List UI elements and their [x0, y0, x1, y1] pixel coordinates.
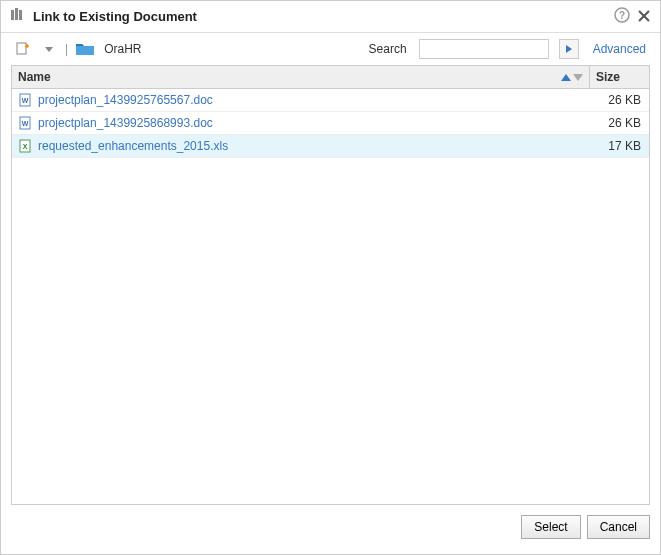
- svg-text:W: W: [22, 120, 29, 127]
- toolbar-separator: |: [65, 42, 68, 56]
- column-header-name[interactable]: Name: [12, 66, 589, 88]
- svg-text:?: ?: [619, 10, 625, 21]
- close-icon[interactable]: [638, 9, 650, 25]
- sort-descending-icon[interactable]: [573, 74, 583, 81]
- dialog-icon: [11, 8, 27, 25]
- table-row[interactable]: Wprojectplan_1439925765567.doc26 KB: [12, 89, 649, 112]
- file-name-link[interactable]: projectplan_1439925765567.doc: [38, 93, 589, 107]
- table-row[interactable]: Wprojectplan_1439925868993.doc26 KB: [12, 112, 649, 135]
- svg-marker-10: [45, 47, 53, 52]
- new-item-dropdown[interactable]: [41, 43, 57, 55]
- table-header: Name Size: [12, 66, 649, 89]
- advanced-search-link[interactable]: Advanced: [593, 42, 646, 56]
- svg-marker-11: [566, 45, 572, 53]
- search-input[interactable]: [419, 39, 549, 59]
- folder-icon: [76, 42, 94, 56]
- svg-text:X: X: [23, 143, 28, 150]
- file-name-link[interactable]: projectplan_1439925868993.doc: [38, 116, 589, 130]
- file-table: Name Size Wprojectplan_1439925765567.doc…: [11, 65, 650, 505]
- column-header-name-label: Name: [18, 70, 51, 84]
- xls-file-icon: X: [18, 139, 32, 153]
- doc-file-icon: W: [18, 93, 32, 107]
- doc-file-icon: W: [18, 116, 32, 130]
- titlebar: Link to Existing Document ?: [1, 1, 660, 33]
- svg-rect-1: [15, 8, 18, 20]
- file-size: 26 KB: [589, 116, 643, 130]
- toolbar: | OraHR Search Advanced: [1, 33, 660, 65]
- file-size: 17 KB: [589, 139, 643, 153]
- select-button[interactable]: Select: [521, 515, 580, 539]
- column-header-size-label: Size: [596, 70, 620, 84]
- new-item-button[interactable]: [11, 39, 35, 59]
- svg-text:W: W: [22, 97, 29, 104]
- file-name-link[interactable]: requested_enhancements_2015.xls: [38, 139, 589, 153]
- sort-ascending-icon[interactable]: [561, 74, 571, 81]
- column-header-size[interactable]: Size: [589, 66, 649, 88]
- file-size: 26 KB: [589, 93, 643, 107]
- dialog-footer: Select Cancel: [1, 505, 660, 549]
- breadcrumb[interactable]: OraHR: [104, 42, 141, 56]
- help-icon[interactable]: ?: [614, 7, 630, 26]
- svg-rect-0: [11, 10, 14, 20]
- table-body: Wprojectplan_1439925765567.doc26 KBWproj…: [12, 89, 649, 504]
- cancel-button[interactable]: Cancel: [587, 515, 650, 539]
- search-go-button[interactable]: [559, 39, 579, 59]
- svg-rect-2: [19, 10, 22, 20]
- table-row[interactable]: Xrequested_enhancements_2015.xls17 KB: [12, 135, 649, 158]
- dialog-title: Link to Existing Document: [33, 9, 606, 24]
- search-label: Search: [369, 42, 407, 56]
- svg-rect-7: [17, 43, 26, 54]
